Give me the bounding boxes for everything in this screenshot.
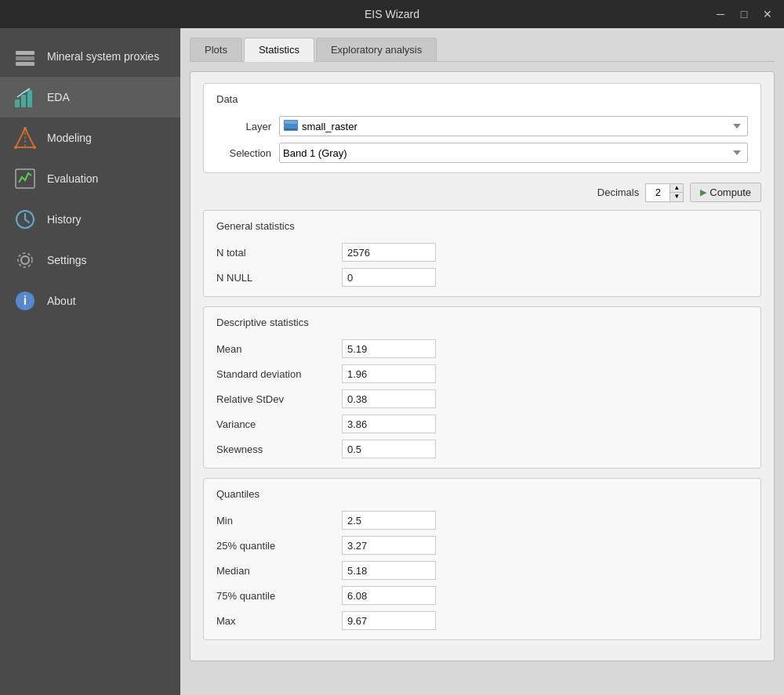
svg-rect-4 (21, 95, 26, 107)
descriptive-stats-header: Descriptive statistics (216, 317, 748, 331)
data-section: Data Layer small_r (203, 83, 761, 173)
skewness-row: Skewness 0.5 (216, 440, 748, 458)
mean-value: 5.19 (342, 339, 436, 358)
modeling-icon (13, 125, 38, 150)
rel-stdev-value: 0.38 (342, 389, 436, 408)
sidebar-label-evaluation: Evaluation (47, 172, 98, 185)
about-icon: i (13, 288, 38, 313)
sidebar-label-history: History (47, 213, 82, 226)
q25-row: 25% quantile 3.27 (216, 536, 748, 555)
tab-statistics[interactable]: Statistics (244, 38, 314, 62)
median-value: 5.18 (342, 561, 436, 580)
sidebar-label-mineral: Mineral system proxies (47, 50, 159, 63)
app-title: EIS Wizard (365, 8, 419, 20)
q75-value: 6.08 (342, 586, 436, 605)
sidebar-item-history[interactable]: History (0, 199, 180, 240)
titlebar: EIS Wizard ─ □ ✕ (0, 0, 784, 28)
tab-exploratory-analysis[interactable]: Exploratory analysis (316, 38, 437, 61)
median-label: Median (216, 565, 334, 577)
sidebar-item-modeling[interactable]: Modeling (0, 118, 180, 158)
layer-select[interactable]: small_raster (279, 116, 748, 136)
quantiles-header: Quantiles (216, 488, 748, 503)
min-label: Min (216, 515, 334, 527)
tab-plots[interactable]: Plots (190, 38, 242, 61)
variance-row: Variance 3.86 (216, 414, 748, 433)
variance-label: Variance (216, 418, 334, 430)
statistics-panel: Data Layer small_r (190, 71, 775, 661)
descriptive-statistics-section: Descriptive statistics Mean 5.19 Standar… (203, 306, 761, 469)
rel-stdev-label: Relative StDev (216, 393, 334, 405)
q75-label: 75% quantile (216, 590, 334, 602)
n-total-row: N total 2576 (216, 243, 748, 262)
main-container: Mineral system proxies EDA (0, 28, 784, 695)
mean-row: Mean 5.19 (216, 339, 748, 358)
max-label: Max (216, 615, 334, 627)
decimals-input[interactable]: 2 (646, 186, 670, 198)
rel-stdev-row: Relative StDev 0.38 (216, 389, 748, 408)
compute-label: Compute (710, 186, 751, 198)
sidebar-label-about: About (47, 295, 76, 307)
q25-value: 3.27 (342, 536, 436, 555)
layer-select-wrapper: small_raster (279, 116, 748, 136)
spinbox-down[interactable]: ▼ (670, 193, 683, 201)
layer-row: Layer small_raster (216, 116, 748, 136)
std-dev-value: 1.96 (342, 364, 436, 383)
max-row: Max 9.67 (216, 611, 748, 630)
evaluation-icon (13, 166, 38, 191)
svg-rect-5 (27, 90, 32, 107)
sidebar-item-settings[interactable]: Settings (0, 240, 180, 281)
median-row: Median 5.18 (216, 561, 748, 580)
std-dev-row: Standard deviation 1.96 (216, 364, 748, 383)
layer-label: Layer (216, 121, 271, 132)
n-null-value: 0 (342, 268, 436, 287)
selection-row: Selection Band 1 (Gray) (216, 143, 748, 163)
svg-rect-3 (15, 100, 20, 107)
spinbox-up[interactable]: ▲ (670, 184, 683, 193)
content-area: Plots Statistics Exploratory analysis Da… (180, 28, 784, 695)
max-value: 9.67 (342, 611, 436, 630)
data-section-header: Data (216, 93, 748, 108)
q75-row: 75% quantile 6.08 (216, 586, 748, 605)
skewness-value: 0.5 (342, 440, 436, 458)
svg-point-14 (18, 253, 32, 267)
sidebar-item-eda[interactable]: EDA (0, 77, 180, 118)
q25-label: 25% quantile (216, 540, 334, 552)
variance-value: 3.86 (342, 414, 436, 433)
sidebar-item-about[interactable]: i About (0, 281, 180, 321)
tab-bar: Plots Statistics Exploratory analysis (190, 38, 775, 62)
sidebar-item-mineral-system-proxies[interactable]: Mineral system proxies (0, 36, 180, 77)
history-icon (13, 207, 38, 232)
sidebar: Mineral system proxies EDA (0, 28, 180, 695)
n-total-value: 2576 (342, 243, 436, 262)
sidebar-label-settings: Settings (47, 254, 87, 266)
min-row: Min 2.5 (216, 511, 748, 530)
selection-label: Selection (216, 147, 271, 159)
general-stats-header: General statistics (216, 220, 748, 235)
svg-point-13 (21, 256, 29, 264)
settings-icon (13, 248, 38, 273)
maximize-button[interactable]: □ (734, 5, 754, 23)
svg-text:i: i (24, 294, 27, 307)
layers-icon (13, 44, 38, 69)
n-total-label: N total (216, 247, 334, 259)
mean-label: Mean (216, 343, 334, 355)
compute-button[interactable]: ▶ Compute (690, 183, 761, 202)
n-null-label: N NULL (216, 272, 334, 284)
decimals-spinbox[interactable]: 2 ▲ ▼ (645, 183, 684, 202)
minimize-button[interactable]: ─ (710, 5, 731, 23)
selection-select[interactable]: Band 1 (Gray) (279, 143, 748, 163)
svg-point-8 (33, 146, 36, 149)
sidebar-item-evaluation[interactable]: Evaluation (0, 158, 180, 199)
decimals-label: Decimals (597, 186, 639, 198)
spinbox-arrows: ▲ ▼ (670, 184, 683, 201)
close-button[interactable]: ✕ (757, 5, 778, 23)
sidebar-label-modeling: Modeling (47, 132, 92, 144)
svg-rect-1 (16, 56, 34, 60)
play-icon: ▶ (700, 187, 706, 197)
skewness-label: Skewness (216, 443, 334, 455)
svg-rect-0 (16, 51, 34, 55)
quantiles-section: Quantiles Min 2.5 25% quantile 3.27 Medi… (203, 478, 761, 640)
controls-row: Decimals 2 ▲ ▼ ▶ Compute (203, 183, 761, 202)
min-value: 2.5 (342, 511, 436, 530)
svg-point-9 (14, 146, 17, 149)
